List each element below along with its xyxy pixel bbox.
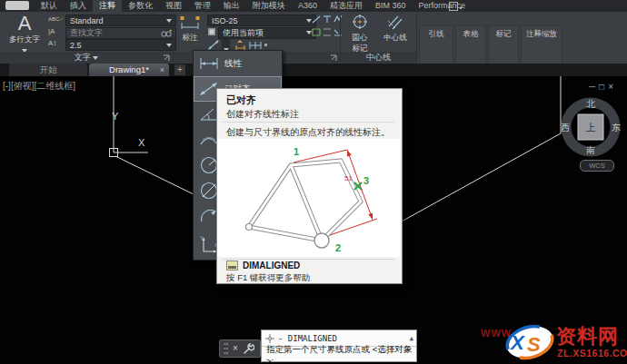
command-echo: - DIMALIGNED [278,334,337,343]
ribbon-tab-featured-apps[interactable]: 精选应用 [323,0,369,12]
xs-logo: X S [503,322,556,362]
dim-value-text: 51 [344,174,353,182]
tooltip-description: 创建与尺寸界线的原点对齐的线性标注。 [226,126,390,139]
ribbon: A 多行文字 ABC✓ |A A↕ Standard 查找文字 2.5 文字 [0,12,627,64]
ribbon-tab-output[interactable]: 输出 [217,0,246,12]
linear-dim-icon [198,56,220,71]
dim-break-icon[interactable] [312,15,343,25]
watermark-site-name: 资料网 [556,323,619,350]
viewport-controls[interactable]: [-][俯视][二维线框] [3,80,75,93]
centerline-label: 中心线 [378,33,413,44]
ribbon-tab-insert[interactable]: 插入 [64,0,93,12]
table-panel-label: 表格 [456,29,485,40]
viewcube-west[interactable]: 西 [561,123,570,133]
viewport-window-controls: ─ □ × [589,82,627,93]
new-drawing-button[interactable]: + [174,64,185,75]
center-mark-label-1: 圆心 [343,33,376,44]
svg-text:3: 3 [363,175,369,186]
text-align-icon[interactable]: |A [48,27,55,36]
tooltip-command-name: DIMALIGNED [243,261,300,271]
ribbon-tab-bar: 默认 插入 注释 参数化 视图 管理 输出 附加模块 A360 精选应用 BIM… [0,0,627,12]
command-window[interactable]: - DIMALIGNED ▲ 指定第一个尺寸界线原点或 <选择对象>: [261,330,417,362]
text-panel-label[interactable]: 文字 [0,52,173,64]
ribbon-tab-view[interactable]: 视图 [159,0,188,12]
binoculars-icon [161,29,172,37]
dimension-icon [180,14,200,30]
aligned-command-tooltip: 已对齐 创建对齐线性标注 创建与尺寸界线的原点对齐的线性标注。 [216,88,403,284]
dim-style-combo[interactable]: ISO-25 [207,15,316,26]
text-style-combo[interactable]: Standard [65,15,176,26]
center-mark-icon [351,14,369,30]
svg-text:X: X [509,331,525,354]
centerline-icon [386,14,404,30]
command-icon [226,261,238,271]
file-tab-close-icon[interactable]: × [160,64,164,76]
viewcube-south[interactable]: 南 [586,145,595,155]
command-history-arrow[interactable]: ▲ [410,335,413,342]
mtext-icon: A [18,12,32,34]
viewcube-east[interactable]: 东 [612,123,621,133]
command-close-icon[interactable]: × [233,340,238,357]
ribbon-tab-annotate[interactable]: 注释 [93,0,122,12]
centerline-button[interactable]: 中心线 [378,14,413,44]
continue-dim-caret[interactable] [264,44,267,46]
mtext-button[interactable]: A 多行文字 [4,14,45,54]
dimension-button-label: 标注 [175,33,204,44]
minimize-icon[interactable]: ─ [589,82,595,93]
svg-text:S: S [527,333,541,356]
command-prompt-row[interactable]: 指定第一个尺寸界线原点或 <选择对象>: [262,347,416,363]
viewcube-top-label: 上 [586,122,596,133]
ucs-y-label: Y [112,111,119,122]
text-height-icon: A↕ [48,39,56,48]
ribbon-tab-default[interactable]: 默认 [35,0,64,12]
svg-text:2: 2 [335,242,341,253]
wrench-icon[interactable] [243,343,254,355]
annotation-scaling-panel-label: 注释缩放 [522,29,562,40]
dim-inspect-icon[interactable] [312,27,343,37]
file-tab-bar: 开始 Drawing1* × + [0,64,627,76]
ribbon-tab-a360[interactable]: A360 [292,0,323,12]
center-mark-button[interactable]: 圆心 标记 [343,14,376,54]
viewcube[interactable]: 上 北 南 西 东 [560,96,622,158]
crosshair-icon [265,334,274,343]
find-text-field[interactable]: 查找文字 [65,27,176,39]
file-tab-start[interactable]: 开始 [9,64,87,76]
command-prompt: 指定第一个尺寸界线原点或 <选择对象>: [266,344,416,364]
tooltip-help-hint: 按 F1 键获得更多帮助 [226,272,310,284]
menu-item-linear[interactable]: 线性 [194,51,282,76]
ribbon-tab-bim360[interactable]: BIM 360 [369,0,413,12]
wcs-button[interactable]: WCS [580,160,614,172]
command-window-grip[interactable]: × [219,339,261,358]
leader-panel-label: 引线 [420,29,453,40]
ribbon-tab-parametric[interactable]: 参数化 [122,0,159,12]
mtext-label: 多行文字 [4,34,45,45]
spell-check-icon[interactable]: ABC✓ [48,15,64,24]
dim-layer-combo[interactable]: 使用当前项 [218,27,316,39]
text-height-combo[interactable]: 2.5 [65,39,176,51]
watermark-url: ZL.XS1616.COM [557,348,627,359]
switch-windows-icon[interactable] [449,2,465,10]
centerline-panel-label[interactable]: 中心线 [341,52,416,64]
ucs-x-label: X [138,137,145,148]
grip-dots-icon [224,342,228,355]
text-panel-launcher-icon[interactable] [163,54,170,62]
close-icon[interactable]: × [608,82,613,93]
dim-layer-icon [207,27,216,36]
tooltip-title: 已对齐 [226,93,256,107]
dimension-button[interactable]: 标注 [175,14,204,44]
watermark: WWW X S 资料网 ZL.XS1616.COM [478,322,627,364]
dim-panel-launcher-icon[interactable] [330,54,337,62]
autocad-window: 默认 插入 注释 参数化 视图 管理 输出 附加模块 A360 精选应用 BIM… [0,0,627,364]
svg-text:1: 1 [294,146,299,157]
file-tab-drawing1[interactable]: Drawing1* × [89,64,169,76]
tooltip-subtitle: 创建对齐线性标注 [226,108,299,121]
bike-illustration: 51 1 2 3 [217,139,400,257]
quick-access-stub[interactable] [5,1,29,10]
bottom-bracket [314,233,329,248]
markup-panel-label: 标记 [489,29,518,40]
viewcube-north[interactable]: 北 [586,99,596,109]
restore-icon[interactable]: □ [599,82,604,93]
ribbon-tab-addins[interactable]: 附加模块 [246,0,292,12]
ribbon-tab-manage[interactable]: 管理 [188,0,217,12]
